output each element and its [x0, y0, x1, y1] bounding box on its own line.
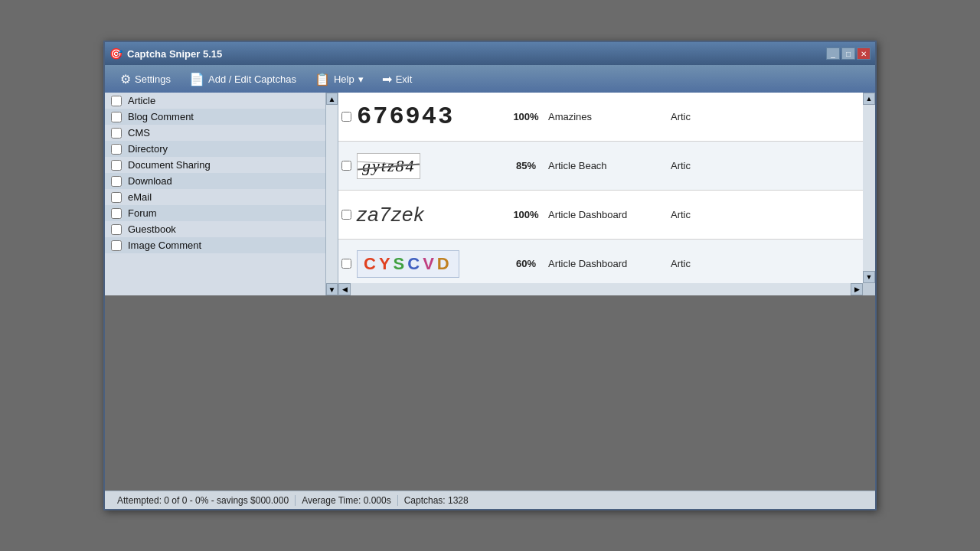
status-bar: Attempted: 0 of 0 - 0% - savings $000.00…: [105, 491, 875, 509]
email-label: eMail: [128, 191, 152, 203]
help-icon: 📋: [315, 72, 330, 86]
captcha-percent-4: 60%: [507, 258, 545, 269]
cms-label: CMS: [128, 127, 150, 139]
list-item[interactable]: Forum: [105, 205, 325, 221]
title-bar-left: 🎯 Captcha Sniper 5.15: [109, 47, 222, 60]
right-scroll-track: [863, 105, 875, 271]
captcha-category-1: Artic: [668, 111, 694, 122]
help-button[interactable]: 📋 Help ▾: [307, 69, 371, 90]
exit-icon: ➡: [382, 72, 392, 86]
add-edit-icon: 📄: [189, 72, 204, 86]
help-arrow: ▾: [358, 73, 364, 85]
settings-icon: ⚙: [120, 72, 131, 86]
captcha-row: za7zek 100% Article Dashboard Artic: [338, 191, 863, 240]
right-panel: ▲ ▼ ◀ ▶ 676943: [338, 93, 875, 295]
captcha-row: CYSCVD 60% Article Dashboard Artic: [338, 240, 863, 289]
right-scroll-right[interactable]: ▶: [851, 283, 863, 295]
captcha-row: 676943 100% Amazines Artic: [338, 93, 863, 142]
title-controls: _ □ ✕: [826, 47, 871, 60]
right-scroll-up[interactable]: ▲: [863, 93, 875, 105]
captcha-site-2: Article Beach: [545, 160, 668, 171]
email-checkbox[interactable]: [111, 192, 122, 203]
document-sharing-label: Document Sharing: [128, 159, 211, 171]
captcha-text-3: za7zek: [357, 203, 424, 227]
list-item[interactable]: Blog Comment: [105, 109, 325, 125]
blog-comment-checkbox[interactable]: [111, 112, 122, 122]
right-scroll-left[interactable]: ◀: [338, 283, 351, 295]
captcha-site-4: Article Dashboard: [545, 258, 668, 269]
list-item[interactable]: Image Comment: [105, 237, 325, 253]
captcha-row-checkbox-3[interactable]: [338, 210, 354, 220]
content-area: Article Blog Comment CMS Directory: [105, 93, 875, 295]
captcha-text-1: 676943: [357, 103, 454, 131]
exit-label: Exit: [396, 73, 413, 85]
list-item[interactable]: eMail: [105, 189, 325, 205]
add-edit-button[interactable]: 📄 Add / Edit Captchas: [181, 69, 304, 90]
captcha-row-checkbox-1[interactable]: [338, 112, 354, 122]
captcha-category-3: Artic: [668, 209, 694, 220]
settings-button[interactable]: ⚙ Settings: [113, 69, 178, 90]
forum-checkbox[interactable]: [111, 208, 122, 219]
captcha-image-1: 676943: [354, 99, 507, 134]
help-label: Help: [334, 73, 354, 85]
window-title: Captcha Sniper 5.15: [127, 48, 222, 60]
main-window: 🎯 Captcha Sniper 5.15 _ □ ✕ ⚙ Settings 📄…: [103, 41, 877, 510]
list-item[interactable]: Download: [105, 173, 325, 189]
attempted-status: Attempted: 0 of 0 - 0% - savings $000.00…: [111, 495, 296, 506]
download-checkbox[interactable]: [111, 176, 122, 187]
captcha-category-4: Artic: [668, 258, 694, 269]
guestbook-checkbox[interactable]: [111, 224, 122, 235]
left-panel-scrollbar: ▲ ▼: [325, 93, 338, 295]
category-list: Article Blog Comment CMS Directory: [105, 93, 338, 295]
scroll-track: [326, 105, 338, 283]
lower-area: [105, 295, 875, 491]
toolbar: ⚙ Settings 📄 Add / Edit Captchas 📋 Help …: [105, 65, 875, 93]
average-time-status: Average Time: 0.000s: [296, 495, 398, 506]
directory-label: Directory: [128, 143, 168, 155]
title-bar: 🎯 Captcha Sniper 5.15 _ □ ✕: [105, 42, 875, 65]
list-item[interactable]: Article: [105, 93, 325, 109]
scroll-down-button[interactable]: ▼: [326, 283, 338, 295]
download-label: Download: [128, 175, 172, 187]
captcha-row: gytz84 85% Article Beach Artic: [338, 142, 863, 191]
captcha-image-4: CYSCVD: [354, 247, 507, 281]
captcha-percent-2: 85%: [507, 160, 545, 171]
captcha-text-4: CYSCVD: [357, 250, 459, 278]
image-comment-label: Image Comment: [128, 240, 201, 251]
captcha-site-1: Amazines: [545, 111, 668, 122]
list-item[interactable]: Guestbook: [105, 221, 325, 237]
captcha-site-3: Article Dashboard: [545, 209, 668, 220]
directory-checkbox[interactable]: [111, 144, 122, 155]
left-panel: Article Blog Comment CMS Directory: [105, 93, 338, 295]
list-item[interactable]: CMS: [105, 125, 325, 141]
document-sharing-checkbox[interactable]: [111, 160, 122, 171]
article-checkbox[interactable]: [111, 96, 122, 106]
cms-checkbox[interactable]: [111, 128, 122, 139]
captcha-category-2: Artic: [668, 160, 694, 171]
maximize-button[interactable]: □: [841, 47, 855, 60]
exit-button[interactable]: ➡ Exit: [374, 69, 420, 90]
close-button[interactable]: ✕: [857, 47, 871, 60]
captcha-row-checkbox-4[interactable]: [338, 259, 354, 269]
captcha-percent-3: 100%: [507, 209, 545, 220]
minimize-button[interactable]: _: [826, 47, 840, 60]
window-body: Article Blog Comment CMS Directory: [105, 93, 875, 509]
captcha-table: 676943 100% Amazines Artic gytz84: [338, 93, 875, 295]
list-item[interactable]: Document Sharing: [105, 157, 325, 173]
right-hscroll-track: [351, 283, 851, 295]
scroll-up-button[interactable]: ▲: [326, 93, 338, 105]
right-scroll-down[interactable]: ▼: [863, 271, 875, 283]
scroll-corner: [863, 283, 875, 295]
captcha-percent-1: 100%: [507, 111, 545, 122]
captcha-image-2: gytz84: [354, 150, 507, 182]
image-comment-checkbox[interactable]: [111, 240, 122, 251]
captcha-image-3: za7zek: [354, 200, 507, 230]
app-icon: 🎯: [109, 47, 122, 60]
captcha-row-checkbox-2[interactable]: [338, 161, 354, 171]
blog-comment-label: Blog Comment: [128, 111, 194, 122]
captcha-text-2: gytz84: [357, 153, 420, 179]
article-label: Article: [128, 95, 155, 106]
list-item[interactable]: Directory: [105, 141, 325, 157]
captchas-status: Captchas: 1328: [398, 495, 475, 506]
add-edit-label: Add / Edit Captchas: [208, 73, 296, 85]
